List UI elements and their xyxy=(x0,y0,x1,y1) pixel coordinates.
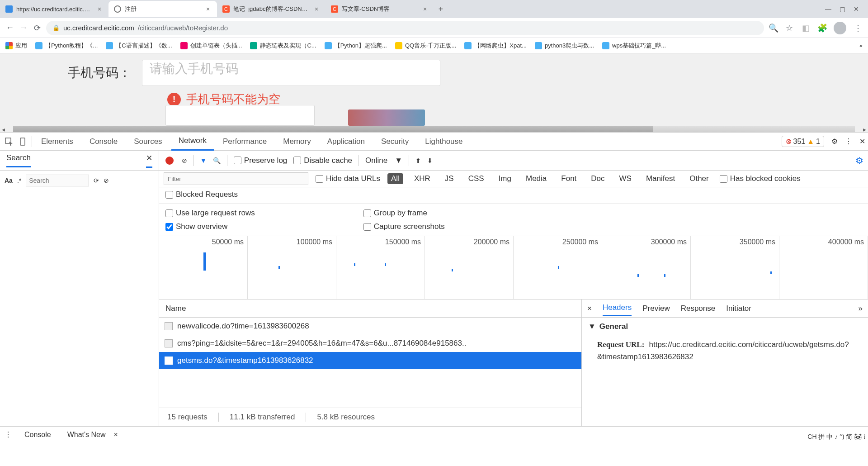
zoom-icon[interactable]: 🔍 xyxy=(769,23,778,33)
ime-bar[interactable]: CH 拼 中 ♪ °) 简 🐼 ⁞ xyxy=(807,433,865,441)
large-rows-checkbox[interactable]: Use large request rows xyxy=(165,209,255,218)
reload-icon[interactable]: ⟳ xyxy=(33,23,42,33)
new-tab-button[interactable]: + xyxy=(434,5,448,14)
close-search-icon[interactable]: ✕ xyxy=(146,153,152,168)
clear-icon[interactable]: ⊘ xyxy=(104,177,109,184)
menu-icon[interactable]: ⋮ xyxy=(854,23,863,33)
close-icon[interactable]: × xyxy=(421,5,429,13)
filter-icon[interactable]: ▼ xyxy=(200,157,207,164)
download-icon[interactable]: ⬇ xyxy=(427,157,433,164)
filter-img[interactable]: Img xyxy=(495,173,515,184)
tab-application[interactable]: Application xyxy=(320,133,372,151)
filter-other[interactable]: Other xyxy=(686,173,712,184)
tab-security[interactable]: Security xyxy=(374,133,416,151)
regex-toggle[interactable]: .* xyxy=(17,177,21,184)
url-input[interactable]: 🔒 uc.creditcard.ecitic.com/citiccard/ucw… xyxy=(46,21,764,35)
detail-tab-preview[interactable]: Preview xyxy=(642,304,670,313)
bookmark-item[interactable]: QQ音乐-千万正版... xyxy=(395,42,456,50)
tab-console[interactable]: Console xyxy=(82,133,125,151)
star-icon[interactable]: ☆ xyxy=(785,23,794,33)
throttle-select[interactable]: Online▼ xyxy=(365,156,402,165)
hide-urls-checkbox[interactable]: Hide data URLs xyxy=(316,174,380,183)
captcha-image[interactable] xyxy=(348,109,425,126)
horizontal-scrollbar[interactable]: ◂ ▸ xyxy=(0,126,868,132)
close-icon[interactable]: × xyxy=(313,5,320,13)
blocked-cookies-checkbox[interactable]: Has blocked cookies xyxy=(720,174,801,183)
request-row[interactable]: cms?ping=1&idsite=5&rec=1&r=294005&h=16&… xyxy=(159,335,581,352)
bookmark-overflow-icon[interactable]: » xyxy=(859,42,863,49)
tab-elements[interactable]: Elements xyxy=(34,133,80,151)
tab-performance[interactable]: Performance xyxy=(216,133,274,151)
overview-timeline[interactable]: 50000 ms 100000 ms 150000 ms 200000 ms 2… xyxy=(159,236,868,300)
minimize-icon[interactable]: — xyxy=(825,5,831,13)
disable-cache-checkbox[interactable]: Disable cache xyxy=(293,156,352,165)
column-name[interactable]: Name xyxy=(159,300,581,318)
search-input[interactable] xyxy=(26,175,89,186)
tab-3[interactable]: C 笔记_jgdabc的博客-CSDN博客 × xyxy=(217,1,326,17)
search-icon[interactable]: 🔍 xyxy=(213,157,221,164)
filter-media[interactable]: Media xyxy=(522,173,550,184)
apps-button[interactable]: 应用 xyxy=(5,42,27,50)
bookmark-item[interactable]: wps基础技巧篇_哔... xyxy=(602,42,666,50)
tab-2[interactable]: 注册 × xyxy=(108,1,217,17)
bookmark-item[interactable]: 【C语言描述】《数... xyxy=(106,42,172,50)
close-window-icon[interactable]: ✕ xyxy=(854,5,859,13)
filter-all[interactable]: All xyxy=(387,173,403,184)
drawer-console[interactable]: Console xyxy=(16,431,59,439)
close-icon[interactable]: × xyxy=(204,5,212,13)
inspect-icon[interactable] xyxy=(3,137,15,146)
tab-sources[interactable]: Sources xyxy=(127,133,169,151)
refresh-icon[interactable]: ⟳ xyxy=(94,177,99,184)
error-count[interactable]: ⊗351 ▲1 xyxy=(782,136,824,147)
bookmark-item[interactable]: 【网络爬虫】Xpat... xyxy=(464,42,527,50)
preserve-log-checkbox[interactable]: Preserve log xyxy=(234,156,287,165)
forward-icon[interactable]: → xyxy=(19,23,28,33)
filter-ws[interactable]: WS xyxy=(616,173,635,184)
profile-avatar[interactable] xyxy=(834,22,846,34)
tab-memory[interactable]: Memory xyxy=(276,133,318,151)
tab-lighthouse[interactable]: Lighthouse xyxy=(418,133,470,151)
close-icon[interactable]: × xyxy=(96,5,103,13)
network-settings-icon[interactable]: ⚙ xyxy=(855,155,863,166)
scroll-thumb[interactable] xyxy=(13,126,653,132)
bookmark-item[interactable]: python3爬虫与数... xyxy=(535,42,594,50)
filter-xhr[interactable]: XHR xyxy=(410,173,434,184)
kebab-icon[interactable]: ⋮ xyxy=(845,137,852,146)
drawer-menu-icon[interactable]: ⋮ xyxy=(0,430,16,439)
maximize-icon[interactable]: ▢ xyxy=(840,5,845,13)
device-icon[interactable] xyxy=(17,137,30,146)
blocked-requests-checkbox[interactable]: Blocked Requests xyxy=(165,190,862,199)
detail-tab-initiator[interactable]: Initiator xyxy=(726,304,751,313)
puzzle-icon[interactable]: 🧩 xyxy=(817,23,826,33)
filter-font[interactable]: Font xyxy=(557,173,580,184)
tab-network[interactable]: Network xyxy=(171,133,214,151)
tab-1[interactable]: https://uc.creditcard.ecitic.com × xyxy=(0,1,108,17)
bookmark-item[interactable]: 静态链表及实现（C... xyxy=(250,42,316,50)
bookmark-item[interactable]: 【Python教程】《... xyxy=(35,42,98,50)
close-drawer-tab-icon[interactable]: × xyxy=(114,431,118,439)
back-icon[interactable]: ← xyxy=(5,23,14,33)
general-section[interactable]: ▼General xyxy=(582,318,868,336)
filter-css[interactable]: CSS xyxy=(465,173,488,184)
detail-tab-headers[interactable]: Headers xyxy=(603,300,632,316)
filter-js[interactable]: JS xyxy=(441,173,458,184)
settings-icon[interactable]: ⚙ xyxy=(831,137,838,146)
filter-manifest[interactable]: Manifest xyxy=(642,173,679,184)
record-button[interactable] xyxy=(165,157,174,165)
drawer-whatsnew[interactable]: What's New xyxy=(59,431,114,439)
group-frame-checkbox[interactable]: Group by frame xyxy=(363,209,445,218)
case-toggle[interactable]: Aa xyxy=(5,177,13,184)
detail-tab-response[interactable]: Response xyxy=(681,304,716,313)
captcha-input[interactable] xyxy=(165,105,315,126)
upload-icon[interactable]: ⬆ xyxy=(415,157,421,164)
clear-log-icon[interactable]: ⊘ xyxy=(182,157,187,164)
extension-icon[interactable]: ◧ xyxy=(801,23,810,33)
request-row[interactable]: newvalicode.do?time=1613983600268 xyxy=(159,318,581,335)
bookmark-item[interactable]: 【Python】超强爬... xyxy=(325,42,387,50)
show-overview-checkbox[interactable]: Show overview xyxy=(165,222,255,231)
close-detail-icon[interactable]: × xyxy=(587,304,592,313)
filter-input[interactable] xyxy=(164,172,308,185)
tab-4[interactable]: C 写文章-CSDN博客 × xyxy=(326,1,434,17)
request-row[interactable]: getsms.do?&timestamp1613983626832 xyxy=(159,352,581,369)
capture-screenshots-checkbox[interactable]: Capture screenshots xyxy=(363,222,445,231)
